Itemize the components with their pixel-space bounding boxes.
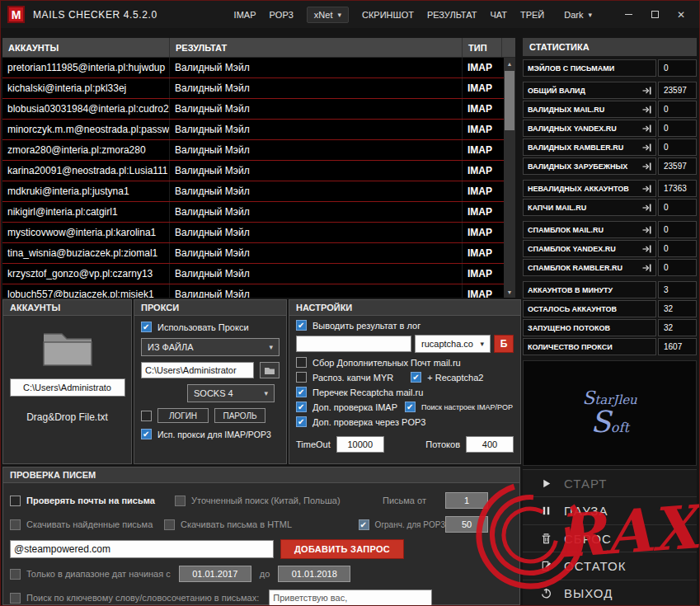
table-row[interactable]: mdkruki@interia.pl:justyna1Валидный Мэйл… xyxy=(2,181,504,202)
menu-xnet-dropdown[interactable]: xNet ▾ xyxy=(307,7,349,23)
stat-row: ВАЛИДНЫХ YANDEX.RU0 xyxy=(523,120,697,137)
captcha-service-dropdown[interactable]: rucaptcha.co ▾ xyxy=(415,335,491,353)
table-row[interactable]: nikigirl@interia.pl:catgirl1Валидный Мэй… xyxy=(2,202,504,223)
table-row[interactable]: karina20091@neostrada.pl:Lusia111Валидны… xyxy=(2,161,504,181)
result-cell: Валидный Мэйл xyxy=(170,140,463,160)
pop3-limit-checkbox[interactable] xyxy=(359,519,369,530)
log-output-checkbox[interactable] xyxy=(296,320,307,331)
table-row[interactable]: krzysztof_gonzo@vp.pl:czarny13Валидный М… xyxy=(2,264,504,284)
column-header-type[interactable]: ТИП xyxy=(463,38,502,57)
letters-from-label: Письма от xyxy=(383,496,426,505)
browse-proxy-button[interactable] xyxy=(260,362,280,378)
column-header-result[interactable]: РЕЗУЛЬТАТ xyxy=(170,38,463,57)
export-icon[interactable] xyxy=(642,143,651,152)
accounts-table: АККАУНТЫ РЕЗУЛЬТАТ ТИП pretorian111985@i… xyxy=(2,38,515,298)
accounts-table-rows: pretorian111985@interia.pl:hujwdupВалидн… xyxy=(2,58,504,298)
statistics-list: МЭЙЛОВ С ПИСЬМАМИ0ОБЩИЙ ВАЛИД23597ВАЛИДН… xyxy=(523,59,697,357)
scrollbar-up-icon[interactable]: ▲ xyxy=(504,58,515,69)
table-scrollbar[interactable]: ▲ ▼ xyxy=(504,58,515,298)
download-found-checkbox[interactable] xyxy=(10,519,21,530)
result-cell: Валидный Мэйл xyxy=(170,78,463,98)
starjleu-soft-logo: StarJleu Soft xyxy=(523,360,697,466)
export-icon[interactable] xyxy=(642,264,651,272)
type-cell: IMAP xyxy=(463,140,502,160)
export-icon[interactable] xyxy=(642,204,651,212)
date-to-picker[interactable]: 01.01.2018 xyxy=(278,566,350,582)
table-row[interactable]: minorczyk.m.m@neostrada.pl:passwВалидный… xyxy=(2,120,504,140)
recognize-captcha-checkbox[interactable] xyxy=(296,372,307,383)
keyword-search-checkbox[interactable] xyxy=(10,593,21,604)
table-row[interactable]: pretorian111985@interia.pl:hujwdupВалидн… xyxy=(2,58,504,78)
menu-chat[interactable]: ЧАТ xyxy=(490,10,507,20)
table-row[interactable]: mysticovwow@interia.pl:karolina1Валидный… xyxy=(2,223,504,243)
threads-input[interactable] xyxy=(466,436,514,453)
close-button[interactable]: ✕ xyxy=(669,5,693,25)
proxy-source-dropdown[interactable]: ИЗ ФАЙЛА ▾ xyxy=(141,338,280,356)
captcha-key-input[interactable] xyxy=(296,336,411,352)
minimize-icon xyxy=(625,14,632,15)
export-icon[interactable] xyxy=(642,124,651,133)
use-proxy-checkbox[interactable] xyxy=(141,322,152,332)
accounts-table-header: АККАУНТЫ РЕЗУЛЬТАТ ТИП xyxy=(2,38,515,58)
proxy-type-dropdown[interactable]: SOCKS 4 ▾ xyxy=(187,384,275,402)
check-mails-checkbox[interactable] xyxy=(10,496,21,506)
date-from-picker[interactable]: 01.01.2017 xyxy=(179,566,251,582)
menu-tray[interactable]: ТРЕЙ xyxy=(520,10,544,20)
pause-button[interactable]: ПАУЗА xyxy=(523,496,697,524)
accounts-path-button[interactable]: C:\Users\Administrato xyxy=(10,378,125,397)
search-query-input[interactable] xyxy=(10,540,274,558)
export-icon[interactable] xyxy=(642,87,651,95)
table-row[interactable]: zmora280@interia.pl:zmora280Валидный Мэй… xyxy=(2,140,504,161)
menu-pop3[interactable]: POP3 xyxy=(270,10,294,20)
proxy-password-button[interactable]: ПАРОЛЬ xyxy=(214,408,265,423)
collect-extra-mails-checkbox[interactable] xyxy=(296,357,307,368)
stat-row: ОБЩИЙ ВАЛИД23597 xyxy=(523,82,697,99)
pop3-limit-input[interactable] xyxy=(445,516,488,533)
proxy-for-imap-pop3-checkbox[interactable] xyxy=(141,429,152,439)
refined-search-checkbox[interactable] xyxy=(175,496,186,506)
theme-dropdown[interactable]: Dark ▾ xyxy=(557,7,599,22)
table-row[interactable]: lobuch557@buziaczek.pl:misiek1Валидный М… xyxy=(2,284,504,298)
export-icon[interactable] xyxy=(642,245,651,253)
proxy-auth-checkbox[interactable] xyxy=(141,411,152,421)
pop3-check-checkbox[interactable] xyxy=(296,416,307,427)
menu-imap[interactable]: IMAP xyxy=(234,10,256,20)
minimize-button[interactable] xyxy=(617,5,640,25)
maximize-button[interactable] xyxy=(643,5,666,25)
add-query-button[interactable]: ДОБАВИТЬ ЗАПРОС xyxy=(280,539,404,559)
reset-button[interactable]: СБРОС xyxy=(523,524,697,552)
stat-value: 0 xyxy=(658,259,697,276)
recaptcha2-checkbox[interactable] xyxy=(411,372,421,383)
column-header-accounts[interactable]: АККАУНТЫ xyxy=(2,38,170,57)
export-icon[interactable] xyxy=(642,162,651,171)
timeout-input[interactable] xyxy=(336,436,384,453)
type-cell: IMAP xyxy=(463,78,502,98)
imap-settings-search-checkbox[interactable] xyxy=(405,402,416,412)
pause-icon xyxy=(539,505,552,517)
menu-screenshot[interactable]: СКРИНШОТ xyxy=(362,10,414,20)
export-icon[interactable] xyxy=(642,185,651,193)
export-icon[interactable] xyxy=(642,106,651,114)
result-cell: Валидный Мэйл xyxy=(170,161,463,181)
download-html-checkbox[interactable] xyxy=(164,519,175,530)
exit-button[interactable]: ВЫХОД xyxy=(523,580,697,606)
balance-button[interactable]: Б xyxy=(494,335,514,353)
scrollbar-thumb[interactable] xyxy=(505,71,514,130)
export-icon[interactable] xyxy=(642,226,651,234)
table-row[interactable]: blobusia03031984@interia.pl:cudro2Валидн… xyxy=(2,99,504,120)
recheck-recaptcha-checkbox[interactable] xyxy=(296,387,307,397)
proxy-path-input[interactable] xyxy=(141,362,254,378)
keyword-input[interactable] xyxy=(269,590,432,606)
start-button[interactable]: СТАРТ xyxy=(523,469,697,496)
table-row[interactable]: tina_wisnia@buziaczek.pl:ziomal1Валидный… xyxy=(2,243,504,264)
imap-check-checkbox[interactable] xyxy=(296,402,307,412)
proxy-login-button[interactable]: ЛОГИН xyxy=(157,408,209,423)
remainder-button[interactable]: ОСТАТОК xyxy=(523,552,697,579)
table-row[interactable]: kichalski@interia.pl:pkl33ejВалидный Мэй… xyxy=(2,78,504,99)
letters-from-input[interactable] xyxy=(445,492,488,509)
date-range-checkbox[interactable] xyxy=(10,569,21,580)
scrollbar-down-icon[interactable]: ▼ xyxy=(504,286,515,298)
menu-result[interactable]: РЕЗУЛЬТАТ xyxy=(427,10,477,20)
stat-row: ОСТАЛОСЬ АККАУНТОВ32 xyxy=(523,300,697,317)
captcha-service-value: rucaptcha.co xyxy=(421,339,473,349)
